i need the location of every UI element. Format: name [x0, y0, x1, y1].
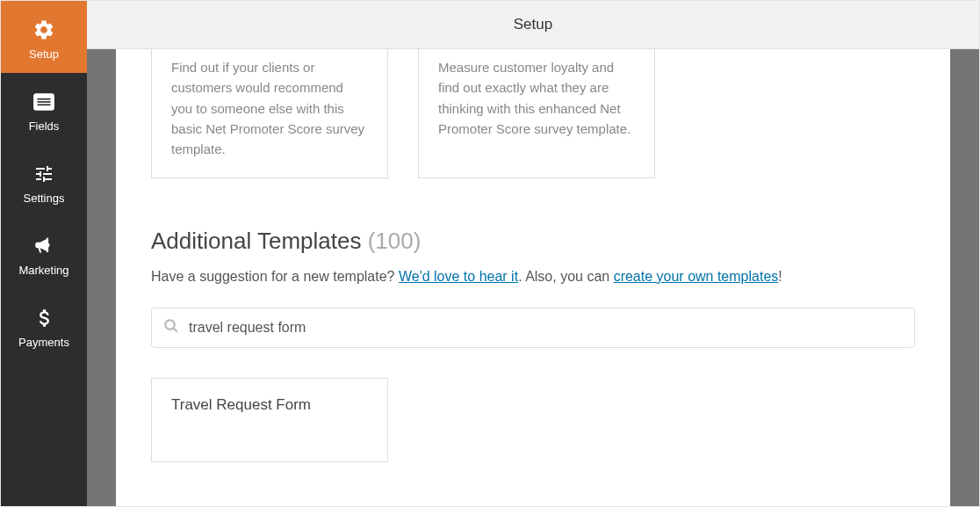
sidebar-item-setup[interactable]: Setup	[1, 1, 87, 73]
template-card-desc: Measure customer loyalty and find out ex…	[438, 57, 635, 139]
feedback-link[interactable]: We'd love to hear it	[399, 269, 518, 284]
template-card[interactable]: Find out if your clients or customers wo…	[151, 49, 388, 178]
sidebar-item-label: Fields	[29, 120, 60, 133]
sidebar-item-label: Payments	[18, 336, 69, 349]
search-icon	[163, 318, 179, 337]
sidebar-item-label: Settings	[24, 192, 65, 205]
dollar-icon	[32, 306, 56, 330]
page-title: Setup	[514, 16, 552, 33]
section-heading: Additional Templates (100)	[151, 228, 915, 255]
gear-icon	[32, 18, 56, 42]
svg-point-4	[165, 320, 175, 330]
main-content: Find out if your clients or customers wo…	[116, 49, 950, 506]
svg-line-5	[173, 328, 177, 332]
sidebar-item-label: Setup	[29, 47, 59, 61]
sliders-icon	[32, 162, 56, 186]
create-templates-link[interactable]: create your own templates	[614, 269, 779, 284]
template-search-input[interactable]	[151, 308, 915, 348]
subtext-part: Have a suggestion for a new template?	[151, 269, 399, 284]
sidebar-item-marketing[interactable]: Marketing	[1, 217, 87, 289]
section-count: (100)	[368, 228, 422, 254]
sidebar-item-fields[interactable]: Fields	[1, 73, 87, 145]
page-header: Setup	[87, 1, 979, 49]
template-card-desc: Find out if your clients or customers wo…	[171, 57, 368, 159]
right-gutter	[950, 49, 979, 506]
bullhorn-icon	[32, 234, 56, 258]
left-gutter	[87, 49, 116, 506]
sidebar-item-payments[interactable]: Payments	[1, 289, 87, 361]
sidebar-item-settings[interactable]: Settings	[1, 145, 87, 217]
template-result-card[interactable]: Travel Request Form	[151, 378, 388, 462]
sidebar: Setup Fields Settings Marketing Payments	[1, 1, 87, 506]
section-title-text: Additional Templates	[151, 228, 361, 254]
subtext-part: . Also, you can	[518, 269, 614, 284]
subtext-part: !	[778, 269, 782, 284]
sidebar-item-label: Marketing	[18, 264, 68, 277]
result-title: Travel Request Form	[171, 396, 368, 414]
section-subtext: Have a suggestion for a new template? We…	[151, 269, 915, 285]
template-card[interactable]: Measure customer loyalty and find out ex…	[418, 49, 655, 178]
list-icon	[32, 90, 56, 114]
